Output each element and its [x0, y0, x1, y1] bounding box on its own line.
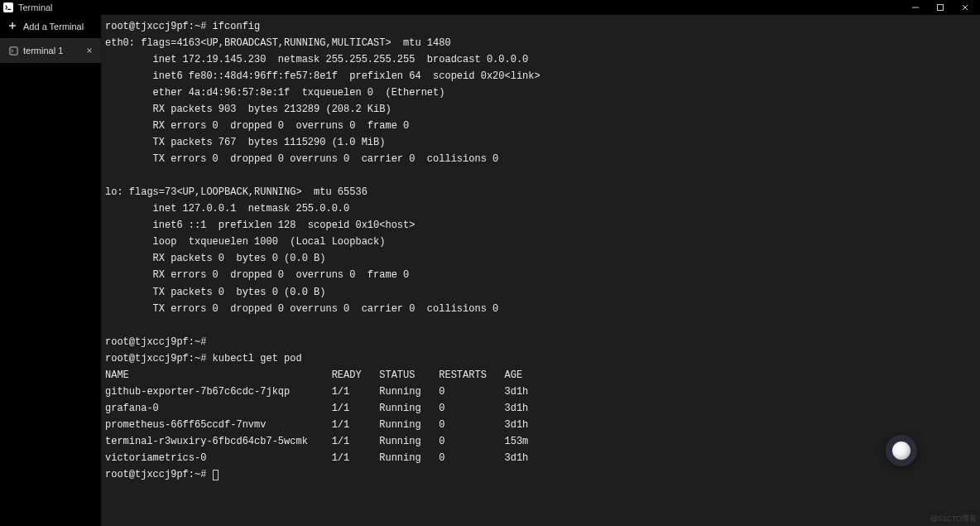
svg-rect-1: [938, 5, 944, 11]
svg-rect-6: [9, 46, 17, 54]
terminal-viewport[interactable]: root@tjxccj9pf:~# ifconfig eth0: flags=4…: [102, 15, 980, 526]
terminal-output: root@tjxccj9pf:~# ifconfig eth0: flags=4…: [105, 18, 977, 483]
sidebar: Add a Terminal terminal 1: [0, 15, 102, 526]
assistant-floating-button[interactable]: [886, 435, 917, 466]
close-tab-button[interactable]: [86, 45, 93, 56]
close-button[interactable]: [960, 2, 970, 12]
terminal-tab-icon: [8, 46, 18, 55]
terminal-app-icon: [3, 2, 13, 12]
assistant-orb-icon: [892, 442, 910, 460]
maximize-button[interactable]: [935, 2, 945, 12]
minimize-button[interactable]: [910, 2, 920, 12]
add-terminal-button[interactable]: Add a Terminal: [0, 15, 101, 38]
watermark: @51CTO博客: [930, 514, 977, 524]
titlebar: Terminal: [0, 0, 980, 15]
plus-icon: [8, 22, 17, 31]
titlebar-title: Terminal: [18, 2, 53, 12]
terminal-tab-1[interactable]: terminal 1: [0, 38, 101, 63]
add-terminal-label: Add a Terminal: [23, 22, 84, 31]
terminal-tab-label: terminal 1: [23, 46, 63, 55]
